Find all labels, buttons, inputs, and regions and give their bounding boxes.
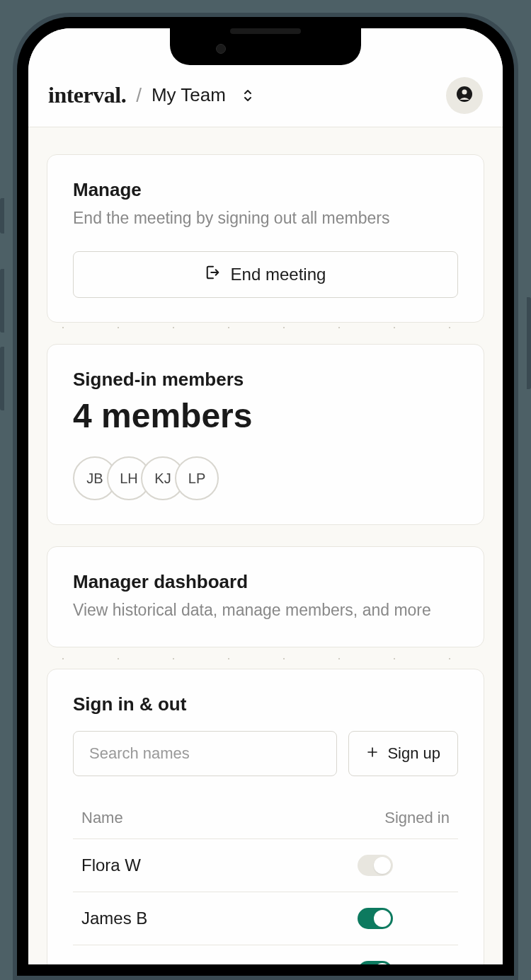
members-count: 4 members (73, 396, 458, 435)
members-card: Signed-in members 4 members JB LH KJ LP (47, 344, 484, 525)
breadcrumb-separator: / (136, 84, 142, 107)
table-row: James B (73, 892, 458, 945)
user-icon (456, 86, 473, 105)
manage-title: Manage (73, 179, 458, 201)
table-row: Flora W (73, 839, 458, 892)
chevron-updown-icon (243, 89, 253, 102)
team-selector[interactable]: My Team (152, 84, 253, 106)
end-meeting-label: End meeting (231, 265, 326, 284)
team-name: My Team (152, 84, 226, 106)
logo: interval. (48, 82, 126, 108)
avatar: LP (175, 456, 219, 500)
dashboard-subtitle: View historical data, manage members, an… (73, 599, 444, 622)
main-content: Manage End the meeting by signing out al… (28, 127, 503, 964)
signin-card: Sign in & out Sign up (47, 669, 484, 964)
members-title: Signed-in members (73, 369, 458, 391)
profile-button[interactable] (446, 77, 483, 114)
member-name: James B (81, 909, 358, 928)
column-name: Name (81, 809, 358, 827)
member-name: Flora W (81, 855, 358, 875)
members-table: Name Signed in Flora W James B (73, 797, 458, 964)
signup-label: Sign up (387, 744, 440, 763)
plus-icon (366, 744, 379, 763)
manage-card: Manage End the meeting by signing out al… (47, 154, 484, 323)
search-input[interactable] (73, 731, 337, 776)
signout-icon (205, 265, 221, 284)
dashboard-title: Manager dashboard (73, 571, 444, 593)
member-name: Kevin J (81, 962, 358, 964)
column-signed-in: Signed in (358, 809, 450, 827)
signup-button[interactable]: Sign up (348, 731, 458, 776)
end-meeting-button[interactable]: End meeting (73, 251, 458, 298)
manage-subtitle: End the meeting by signing out all membe… (73, 207, 458, 230)
signed-in-toggle[interactable] (358, 961, 393, 964)
signed-in-toggle[interactable] (358, 908, 393, 929)
dashboard-card[interactable]: Manager dashboard View historical data, … (47, 546, 484, 647)
avatar-group: JB LH KJ LP (73, 456, 458, 500)
signin-title: Sign in & out (73, 693, 458, 715)
svg-point-1 (462, 89, 467, 94)
table-row: Kevin J (73, 945, 458, 964)
signed-in-toggle[interactable] (358, 855, 393, 876)
table-header: Name Signed in (73, 797, 458, 839)
